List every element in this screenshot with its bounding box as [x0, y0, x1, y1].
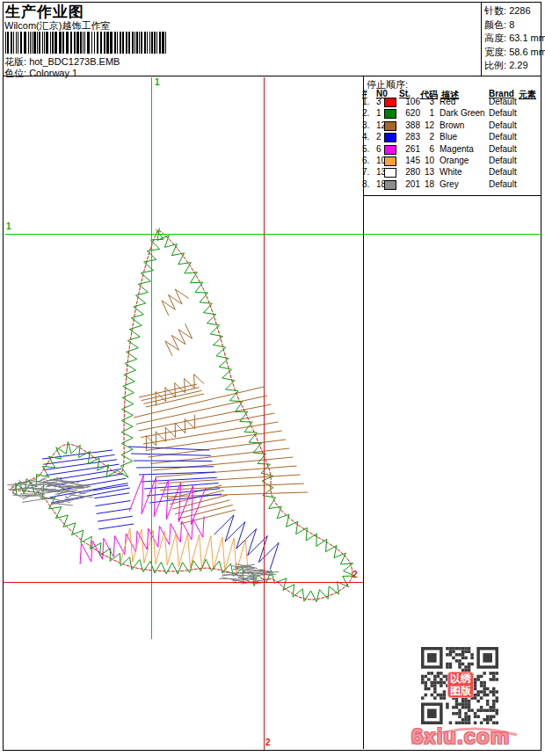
color-swatch: [384, 133, 396, 142]
stop-row: 5.62616MagentaDefault: [0, 144, 545, 156]
stop-row: 8.1820118GreyDefault: [0, 179, 545, 191]
stop-row: 2.16201Dark GreenDefault: [0, 108, 545, 120]
color-swatch: [384, 156, 396, 166]
stitch-count-row: 针数: 2286: [484, 4, 545, 18]
end-marker-2: 2: [352, 571, 358, 579]
color-swatch: [384, 168, 396, 178]
qr-seal: 以绣图版: [447, 672, 474, 698]
colorway-value: Colorway 1: [29, 68, 77, 78]
color-swatch: [384, 121, 396, 131]
stop-row: 4.22832BlueDefault: [0, 132, 545, 143]
scale-row: 比例: 2.29: [484, 59, 545, 73]
design-info-box: 针数: 2286 颜色: 8 高度: 63.1 mm 宽度: 58.6 mm 比…: [484, 4, 545, 73]
stop-row: 7.1328013DefaultWhite: [0, 167, 545, 178]
end-marker-2: 2: [265, 738, 271, 747]
width-row: 宽度: 58.6 mm: [484, 46, 545, 60]
colorway-label: 色位:: [4, 68, 26, 78]
height-row: 高度: 63.1 mm: [484, 32, 545, 46]
color-swatch: [384, 180, 396, 190]
color-swatch: [384, 109, 396, 119]
stop-table-bottom-border: [363, 195, 541, 196]
watermark-text: 6xiu.com: [411, 724, 510, 749]
barcode-icon: [5, 32, 172, 54]
color-swatch: [384, 98, 396, 107]
start-marker-1: 1: [155, 78, 160, 87]
stop-row: 6.1014510OrangeDefault: [0, 156, 545, 167]
start-marker-1: 1: [6, 222, 11, 231]
header-divider: [3, 76, 541, 76]
design-file-label: 花版:: [4, 56, 26, 67]
stop-row: 1.31063RedDefault: [0, 97, 545, 108]
color-swatch: [384, 145, 396, 155]
colorway-row: 色位: Colorway 1: [4, 67, 77, 80]
production-worksheet: { "page": { "title": "生产作业图", "company":…: [0, 0, 545, 756]
design-file-value: hot_BDC1273B.EMB: [29, 56, 120, 67]
info-box-border: [481, 2, 482, 76]
company-name: Wilcom(汇京)越饰工作室: [4, 19, 110, 33]
color-count-row: 颜色: 8: [484, 18, 545, 33]
stop-row: 3.1238812BrownDefault: [0, 120, 545, 132]
